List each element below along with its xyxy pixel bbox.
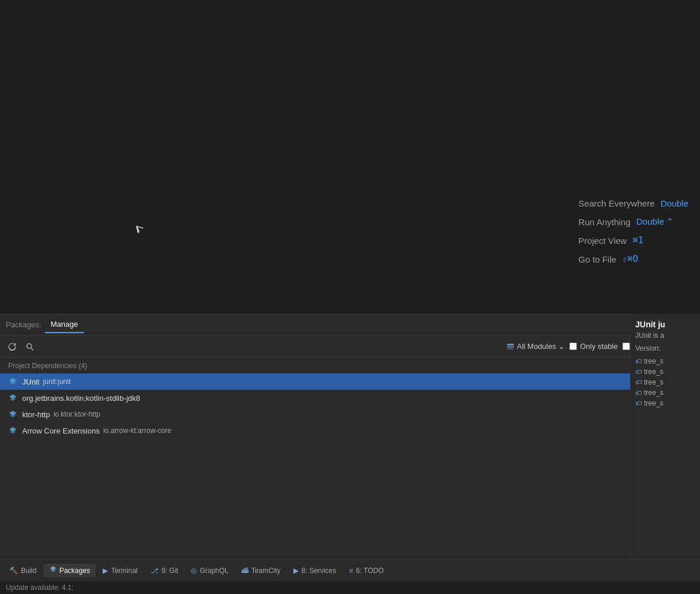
tab-services[interactable]: ▶ 8: Services	[288, 564, 342, 577]
tab-terminal[interactable]: ▶ Terminal	[97, 564, 143, 577]
tab-graphql-label: GraphQL	[200, 567, 228, 575]
only-stable-checkbox[interactable]	[569, 343, 577, 350]
project-view-key: ⌘1	[633, 235, 643, 246]
list-item: 🏷 tree_s	[635, 399, 695, 407]
git-icon: ⎇	[150, 567, 159, 575]
packages-icon	[50, 566, 57, 575]
tab-packages[interactable]: Packages	[44, 564, 96, 577]
run-anything-key: Double ⌃	[636, 216, 674, 227]
editor-area: Search Everywhere Double Run Anything Do…	[0, 0, 700, 312]
svg-rect-4	[507, 348, 514, 350]
svg-marker-16	[9, 432, 16, 434]
only-multiplatform-checkbox[interactable]	[622, 343, 630, 350]
section-header-label: Project Dependencies (4)	[8, 362, 87, 370]
dep-name: ktor-http	[22, 410, 50, 419]
modules-dropdown[interactable]: All Modules ⌄	[506, 342, 565, 351]
go-to-file-shortcut: Go to File ⇧⌘O	[579, 254, 688, 264]
tree-item-label: tree_s	[644, 399, 663, 407]
services-icon: ▶	[293, 567, 299, 575]
cursor-icon	[133, 223, 144, 233]
tab-services-label: 8: Services	[302, 567, 336, 575]
project-view-label: Project View	[579, 236, 627, 246]
tab-manage[interactable]: Manage	[45, 316, 84, 333]
svg-marker-19	[50, 571, 56, 572]
dep-layers-icon	[8, 426, 18, 435]
search-everywhere-label: Search Everywhere	[579, 198, 655, 208]
svg-point-0	[27, 344, 32, 348]
project-view-shortcut: Project View ⌘1	[579, 235, 688, 246]
run-anything-label: Run Anything	[579, 217, 631, 227]
dep-layers-icon	[8, 393, 18, 403]
only-stable-checkbox-group[interactable]: Only stable	[569, 342, 618, 351]
list-item: 🏷 tree_s	[635, 389, 695, 397]
dep-artifact: io.arrow-kt:arrow-core	[103, 427, 172, 435]
statusbar: 🔨 Build Packages ▶ Terminal ⎇ 9: Git ◎ G…	[0, 559, 700, 594]
status-text: Update available: 4.1:	[6, 583, 74, 592]
todo-icon: ≡	[349, 567, 353, 575]
table-row[interactable]: Arrow Core Extensions io.arrow-kt:arrow-…	[0, 422, 700, 439]
modules-icon	[506, 343, 514, 351]
dep-artifact: io.ktor:ktor-http	[54, 410, 100, 418]
right-detail-panel: JUnit ju JUnit is a Version: 🏷 tree_s 🏷 …	[630, 314, 700, 559]
tab-git[interactable]: ⎇ 9: Git	[145, 564, 184, 577]
dep-artifact: junit:junit	[43, 378, 71, 386]
table-row[interactable]: JUnit junit:junit 4.12 → 4.13	[0, 373, 700, 390]
statusbar-bottom: Update available: 4.1:	[0, 581, 700, 594]
list-item: 🏷 tree_s	[635, 357, 695, 365]
tree-icon: 🏷	[635, 379, 642, 386]
packages-toolbar: All Modules ⌄ Only stable Only multiplat…	[0, 336, 700, 358]
right-panel-title: JUnit ju	[635, 320, 695, 329]
packages-label: Packages:	[6, 320, 41, 329]
packages-panel: Packages: Manage All Modules ⌄	[0, 314, 700, 559]
search-button[interactable]	[23, 341, 36, 352]
shortcuts-panel: Search Everywhere Double Run Anything Do…	[567, 193, 700, 278]
tab-teamcity[interactable]: 🏙 TeamCity	[236, 564, 286, 577]
svg-rect-2	[507, 344, 514, 345]
svg-marker-13	[9, 415, 16, 418]
search-input[interactable]	[41, 342, 158, 351]
tree-item-label: tree_s	[644, 389, 663, 397]
run-anything-shortcut: Run Anything Double ⌃	[579, 216, 688, 227]
right-panel-subtitle: JUnit is a	[635, 331, 695, 340]
list-item: 🏷 tree_s	[635, 378, 695, 386]
tab-graphql[interactable]: ◎ GraphQL	[185, 564, 234, 577]
dependencies-list: Project Dependencies (4) Update All (4) …	[0, 358, 700, 559]
right-panel-version-label: Version:	[635, 344, 695, 352]
dep-name: org.jetbrains.kotlin:kotlin-stdlib-jdk8	[22, 394, 140, 403]
tree-item-label: tree_s	[644, 357, 663, 365]
teamcity-icon: 🏙	[242, 567, 249, 575]
statusbar-tabs: 🔨 Build Packages ▶ Terminal ⎇ 9: Git ◎ G…	[0, 560, 700, 581]
dep-layers-icon	[8, 410, 18, 419]
list-item: 🏷 tree_s	[635, 368, 695, 376]
search-everywhere-shortcut: Search Everywhere Double	[579, 198, 688, 208]
refresh-button[interactable]	[6, 341, 19, 352]
tab-todo-label: 6: TODO	[356, 567, 384, 575]
table-row[interactable]: ktor-http io.ktor:ktor-http 1.3.1	[0, 406, 700, 422]
modules-label: All Modules	[517, 342, 556, 351]
tree-icon: 🏷	[635, 368, 642, 375]
tree-icon: 🏷	[635, 389, 642, 396]
svg-marker-7	[9, 383, 16, 385]
tab-git-label: 9: Git	[162, 567, 178, 575]
tree-icon: 🏷	[635, 358, 642, 365]
modules-chevron: ⌄	[558, 342, 565, 351]
tree-item-label: tree_s	[644, 368, 663, 376]
go-to-file-label: Go to File	[579, 254, 617, 264]
packages-header: Packages: Manage	[0, 315, 700, 336]
dep-name: Arrow Core Extensions	[22, 427, 100, 435]
section-header: Project Dependencies (4) Update All (4)	[0, 358, 700, 373]
tab-build-label: Build	[21, 567, 37, 575]
graphql-icon: ◎	[191, 567, 197, 575]
svg-line-1	[32, 348, 34, 350]
build-icon: 🔨	[9, 567, 18, 575]
tab-terminal-label: Terminal	[111, 567, 137, 575]
tree-icon: 🏷	[635, 400, 642, 407]
search-everywhere-key: Double	[660, 198, 688, 208]
tab-build[interactable]: 🔨 Build	[4, 564, 43, 577]
dep-layers-icon	[8, 377, 18, 386]
go-to-file-key: ⇧⌘O	[622, 254, 638, 264]
tab-todo[interactable]: ≡ 6: TODO	[343, 564, 390, 577]
tab-teamcity-label: TeamCity	[251, 567, 281, 575]
table-row[interactable]: org.jetbrains.kotlin:kotlin-stdlib-jdk8 …	[0, 390, 700, 406]
only-stable-label: Only stable	[580, 342, 618, 351]
